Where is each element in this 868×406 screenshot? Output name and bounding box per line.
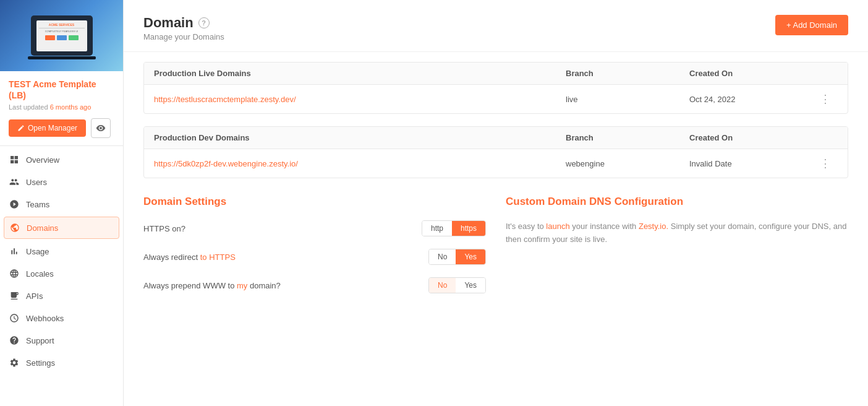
preview-button[interactable] bbox=[91, 118, 111, 138]
row-more-icon[interactable]: ⋮ bbox=[813, 157, 838, 170]
sidebar-item-locales[interactable]: Locales bbox=[0, 262, 123, 285]
col-header-dev-created: Created On bbox=[689, 133, 813, 142]
www-toggle-group: No Yes bbox=[428, 277, 486, 293]
open-manager-label: Open Manager bbox=[28, 124, 77, 132]
redirect-https-row: Always redirect to HTTPS No Yes bbox=[143, 249, 486, 265]
live-created-on: Oct 24, 2022 bbox=[689, 95, 813, 104]
sidebar-item-apis[interactable]: APIs bbox=[0, 285, 123, 307]
dev-branch: webengine bbox=[566, 159, 689, 168]
sidebar-item-teams[interactable]: Teams bbox=[0, 193, 123, 215]
site-info: TEST Acme Template (LB) Last updated 6 m… bbox=[0, 71, 123, 116]
live-branch: live bbox=[566, 95, 689, 104]
https-setting-row: HTTPS on? http https bbox=[143, 220, 486, 236]
dns-config-title: Custom Domain DNS Configuration bbox=[506, 196, 848, 208]
production-dev-table: Production Dev Domains Branch Created On… bbox=[143, 126, 848, 178]
sidebar-item-webhooks[interactable]: Webhooks bbox=[0, 307, 123, 329]
https-label: HTTPS on? bbox=[143, 224, 185, 233]
col-header-live-created: Created On bbox=[689, 69, 813, 78]
sidebar-item-users[interactable]: Users bbox=[0, 171, 123, 193]
settings-icon bbox=[9, 357, 20, 368]
domain-settings-panel: Domain Settings HTTPS on? http https Alw… bbox=[143, 196, 486, 306]
www-row: Always prepend WWW to my domain? No Yes bbox=[143, 277, 486, 293]
live-domain-link-cell: https://testluscracmctemplate.zesty.dev/ bbox=[154, 94, 566, 104]
main-content: Domain ? Manage your Domains + Add Domai… bbox=[124, 0, 868, 406]
content-area: Production Live Domains Branch Created O… bbox=[124, 52, 868, 316]
www-label: Always prepend WWW to my domain? bbox=[143, 281, 281, 290]
settings-section: Domain Settings HTTPS on? http https Alw… bbox=[143, 191, 848, 306]
www-yes-toggle[interactable]: Yes bbox=[456, 278, 485, 293]
sidebar-item-domains[interactable]: Domains bbox=[4, 217, 119, 239]
sidebar-item-locales-label: Locales bbox=[26, 269, 54, 279]
sidebar: ACME SERVICES COMPLETELY FEARLESS UI TES… bbox=[0, 0, 124, 406]
site-last-updated: Last updated 6 months ago bbox=[9, 103, 114, 111]
redirect-toggle-group: No Yes bbox=[428, 249, 486, 265]
team-icon bbox=[9, 199, 20, 210]
sidebar-item-usage[interactable]: Usage bbox=[0, 240, 123, 262]
col-header-live-branch: Branch bbox=[566, 69, 689, 78]
help-icon[interactable]: ? bbox=[198, 17, 210, 28]
col-header-dev-domain: Production Dev Domains bbox=[154, 133, 566, 142]
table-row: https://testluscracmctemplate.zesty.dev/… bbox=[144, 85, 848, 113]
grid-icon bbox=[9, 154, 20, 165]
sidebar-item-apis-label: APIs bbox=[26, 292, 43, 301]
pencil-icon bbox=[17, 124, 25, 132]
row-more-icon[interactable]: ⋮ bbox=[813, 92, 838, 106]
col-header-live-domain: Production Live Domains bbox=[154, 69, 566, 78]
www-no-toggle[interactable]: No bbox=[429, 278, 456, 293]
support-icon bbox=[9, 335, 20, 346]
sidebar-item-overview[interactable]: Overview bbox=[0, 149, 123, 171]
sidebar-actions: Open Manager bbox=[0, 116, 123, 145]
site-name: TEST Acme Template (LB) bbox=[9, 79, 114, 101]
page-subtitle: Manage your Domains bbox=[143, 32, 224, 41]
http-toggle[interactable]: http bbox=[422, 221, 452, 236]
sidebar-item-overview-label: Overview bbox=[26, 155, 59, 165]
live-domain-link[interactable]: https://testluscracmctemplate.zesty.dev/ bbox=[154, 95, 296, 104]
redirect-yes-toggle[interactable]: Yes bbox=[456, 249, 485, 264]
webhooks-icon bbox=[9, 313, 20, 324]
sidebar-item-support[interactable]: Support bbox=[0, 329, 123, 352]
col-header-live-actions bbox=[813, 69, 838, 78]
table-row: https://5dk0zp2f-dev.webengine.zesty.io/… bbox=[144, 149, 848, 178]
table-header-dev: Production Dev Domains Branch Created On bbox=[144, 127, 848, 149]
sidebar-item-users-label: Users bbox=[26, 178, 47, 187]
open-manager-button[interactable]: Open Manager bbox=[9, 119, 86, 137]
https-toggle-group: http https bbox=[422, 220, 486, 236]
dev-domain-link[interactable]: https://5dk0zp2f-dev.webengine.zesty.io/ bbox=[154, 159, 298, 168]
sidebar-item-webhooks-label: Webhooks bbox=[26, 314, 64, 323]
dns-config-panel: Custom Domain DNS Configuration It's eas… bbox=[506, 196, 848, 306]
dev-created-on: Invalid Date bbox=[689, 159, 813, 168]
production-live-table: Production Live Domains Branch Created O… bbox=[143, 62, 848, 114]
col-header-dev-branch: Branch bbox=[566, 133, 689, 142]
table-header-live: Production Live Domains Branch Created O… bbox=[144, 63, 848, 85]
sidebar-nav: Overview Users Teams Domains Usage bbox=[0, 149, 123, 374]
dev-domain-link-cell: https://5dk0zp2f-dev.webengine.zesty.io/ bbox=[154, 158, 566, 168]
dns-description: It's easy to launch your instance with Z… bbox=[506, 220, 848, 246]
redirect-no-toggle[interactable]: No bbox=[429, 249, 456, 264]
site-thumbnail: ACME SERVICES COMPLETELY FEARLESS UI bbox=[0, 0, 123, 71]
bar-chart-icon bbox=[9, 246, 20, 257]
domain-settings-title: Domain Settings bbox=[143, 196, 486, 208]
globe-icon bbox=[9, 222, 20, 233]
sidebar-item-domains-label: Domains bbox=[27, 223, 58, 233]
sidebar-item-support-label: Support bbox=[26, 336, 54, 345]
sidebar-item-usage-label: Usage bbox=[26, 247, 49, 256]
redirect-label: Always redirect to HTTPS bbox=[143, 253, 236, 262]
locales-icon bbox=[9, 268, 20, 279]
https-toggle[interactable]: https bbox=[452, 221, 485, 236]
sidebar-item-teams-label: Teams bbox=[26, 200, 49, 209]
users-icon bbox=[9, 176, 20, 188]
api-icon bbox=[9, 290, 20, 301]
eye-icon bbox=[96, 123, 106, 133]
page-header: Domain ? Manage your Domains + Add Domai… bbox=[124, 0, 868, 52]
add-domain-button[interactable]: + Add Domain bbox=[775, 15, 848, 35]
col-header-dev-actions bbox=[813, 133, 838, 142]
sidebar-divider bbox=[0, 145, 123, 146]
sidebar-item-settings[interactable]: Settings bbox=[0, 352, 123, 374]
page-title: Domain ? bbox=[143, 15, 224, 31]
sidebar-item-settings-label: Settings bbox=[26, 358, 55, 368]
